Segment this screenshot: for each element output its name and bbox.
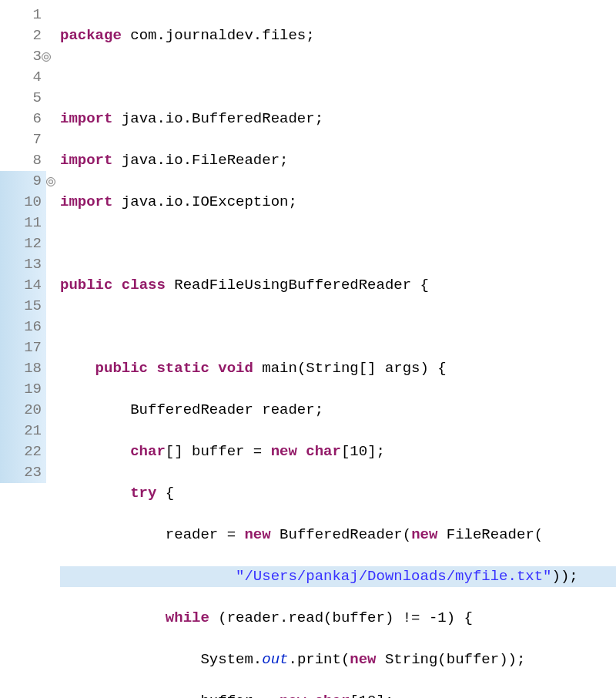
- code-line: package com.journaldev.files;: [60, 25, 616, 46]
- code-line: import java.io.FileReader;: [60, 150, 616, 171]
- line-number: 18: [0, 358, 46, 379]
- code-line: public class ReadFileUsingBufferedReader…: [60, 275, 616, 296]
- code-line: try {: [60, 483, 616, 504]
- code-line: import java.io.BufferedReader;: [60, 109, 616, 129]
- line-number: 15: [0, 296, 46, 317]
- line-number[interactable]: 3: [0, 46, 42, 67]
- line-number: 14: [0, 275, 46, 296]
- line-number: 7: [0, 129, 42, 150]
- code-area[interactable]: package com.journaldev.files; import jav…: [46, 0, 616, 698]
- code-line: import java.io.IOException;: [60, 192, 616, 213]
- line-number: 1: [0, 5, 42, 25]
- line-number: 5: [0, 88, 42, 109]
- code-line: buffer = new char[10];: [60, 691, 616, 698]
- line-number[interactable]: 9: [0, 171, 46, 192]
- line-number: 12: [0, 233, 46, 254]
- line-number: 13: [0, 254, 46, 275]
- line-number: 6: [0, 109, 42, 129]
- line-number-gutter: 1 2 3 4 5 6 7 8 9 10 11 12 13 14 15 16 1…: [0, 0, 46, 698]
- line-number: 19: [0, 379, 46, 400]
- line-number: 22: [0, 441, 46, 462]
- code-line: public static void main(String[] args) {: [60, 358, 616, 379]
- line-number: 21: [0, 421, 46, 441]
- line-number: 17: [0, 337, 46, 358]
- line-number: 4: [0, 67, 42, 88]
- code-line: BufferedReader reader;: [60, 400, 616, 421]
- code-line: [60, 67, 616, 88]
- code-line: System.out.print(new String(buffer));: [60, 649, 616, 670]
- line-number: 11: [0, 213, 46, 233]
- line-number: 2: [0, 25, 42, 46]
- line-number: 10: [0, 192, 46, 213]
- line-number: 23: [0, 462, 46, 483]
- code-line: while (reader.read(buffer) != -1) {: [60, 608, 616, 629]
- line-number: 20: [0, 400, 46, 421]
- code-line: reader = new BufferedReader(new FileRead…: [60, 525, 616, 545]
- code-line: [60, 233, 616, 254]
- code-line: char[] buffer = new char[10];: [60, 441, 616, 462]
- code-editor[interactable]: 1 2 3 4 5 6 7 8 9 10 11 12 13 14 15 16 1…: [0, 0, 616, 698]
- line-number: 8: [0, 150, 42, 171]
- code-line: "/Users/pankaj/Downloads/myfile.txt"));: [60, 566, 616, 587]
- code-line: [60, 317, 616, 337]
- line-number: 16: [0, 317, 46, 337]
